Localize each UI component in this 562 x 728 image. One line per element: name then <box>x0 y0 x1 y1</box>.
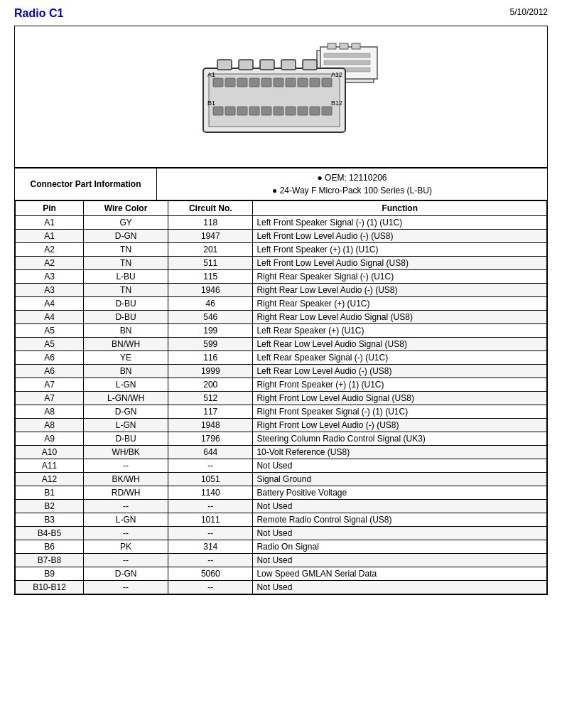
cell-1: -- <box>84 581 168 594</box>
cell-2: 546 <box>168 311 253 324</box>
cell-1: TN <box>84 243 168 257</box>
svg-rect-18 <box>249 78 259 87</box>
cell-0: A6 <box>16 351 84 365</box>
cell-1: PK <box>84 540 168 554</box>
table-row: A1D-GN1947Left Front Low Level Audio (-)… <box>16 230 547 243</box>
cell-0: B10-B12 <box>16 581 84 594</box>
cell-1: -- <box>84 459 168 473</box>
svg-rect-3 <box>340 43 348 49</box>
cell-2: 199 <box>168 324 253 338</box>
cell-1: D-BU <box>84 432 168 446</box>
table-row: B9D-GN5060Low Speed GMLAN Serial Data <box>16 567 547 581</box>
cell-1: -- <box>84 500 168 513</box>
table-row: A3TN1946Right Rear Low Level Audio (-) (… <box>16 284 547 297</box>
cell-1: L-GN <box>84 378 168 392</box>
cell-1: RD/WH <box>84 486 168 500</box>
function-cell: Not Used <box>253 459 547 473</box>
table-row: A9D-BU1796Steering Column Radio Control … <box>16 432 547 446</box>
cell-0: A3 <box>16 284 84 297</box>
diagram-svg-area: A1 A12 B1 B12 <box>161 40 402 154</box>
cell-0: B2 <box>16 500 84 513</box>
table-row: A3L-BU115Right Rear Speaker Signal (-) (… <box>16 270 547 284</box>
svg-rect-31 <box>286 107 296 115</box>
cell-2: 115 <box>168 270 253 284</box>
series-info: ● 24-Way F Micro-Pack 100 Series (L-BU) <box>161 186 544 196</box>
cell-2: -- <box>168 581 253 594</box>
cell-2: 1140 <box>168 486 253 500</box>
cell-0: A5 <box>16 324 84 338</box>
svg-rect-9 <box>217 60 232 70</box>
table-row: B7-B8----Not Used <box>16 554 547 567</box>
cell-0: B1 <box>16 486 84 500</box>
cell-0: A3 <box>16 270 84 284</box>
function-cell: Left Front Speaker Signal (-) (1) (U1C) <box>253 216 547 230</box>
cell-0: A8 <box>16 419 84 432</box>
page-date: 5/10/2012 <box>510 7 548 17</box>
function-cell: Signal Ground <box>253 473 547 486</box>
cell-2: 118 <box>168 216 253 230</box>
svg-text:B12: B12 <box>331 100 342 107</box>
cell-0: A9 <box>16 432 84 446</box>
col-function: Function <box>253 201 547 216</box>
cell-0: A2 <box>16 243 84 257</box>
table-row: B2----Not Used <box>16 500 547 513</box>
table-row: A8L-GN1948Right Front Low Level Audio (-… <box>16 419 547 432</box>
col-pin: Pin <box>16 201 84 216</box>
cell-1: BN <box>84 324 168 338</box>
cell-2: -- <box>168 500 253 513</box>
cell-2: 1946 <box>168 284 253 297</box>
cell-1: GY <box>84 216 168 230</box>
cell-2: 200 <box>168 378 253 392</box>
cell-0: B6 <box>16 540 84 554</box>
function-cell: Steering Column Radio Control Signal (UK… <box>253 432 547 446</box>
function-cell: Not Used <box>253 500 547 513</box>
connector-part-info-label: Connector Part Information <box>15 168 157 200</box>
col-circuit-no: Circuit No. <box>168 201 253 216</box>
function-cell: Right Front Low Level Audio Signal (US8) <box>253 392 547 405</box>
function-cell: Left Front Low Level Audio (-) (US8) <box>253 230 547 243</box>
function-cell: Left Front Low Level Audio Signal (US8) <box>253 257 547 270</box>
cell-1: L-GN/WH <box>84 392 168 405</box>
svg-rect-24 <box>322 78 332 87</box>
data-table-cell: Pin Wire Color Circuit No. Function A1GY… <box>15 200 548 595</box>
cell-1: D-GN <box>84 405 168 419</box>
cell-0: A8 <box>16 405 84 419</box>
cell-1: D-BU <box>84 297 168 311</box>
cell-1: D-BU <box>84 311 168 324</box>
info-row: Connector Part Information ● OEM: 121102… <box>15 168 548 200</box>
svg-rect-13 <box>303 60 317 70</box>
cell-0: A11 <box>16 459 84 473</box>
svg-rect-23 <box>310 78 320 87</box>
cell-1: BN/WH <box>84 338 168 351</box>
cell-0: A1 <box>16 216 84 230</box>
svg-rect-28 <box>249 107 259 115</box>
cell-1: -- <box>84 527 168 540</box>
svg-rect-16 <box>225 78 235 87</box>
svg-rect-4 <box>352 43 360 49</box>
function-cell: Radio On Signal <box>253 540 547 554</box>
cell-2: 46 <box>168 297 253 311</box>
cell-0: A4 <box>16 297 84 311</box>
function-cell: Right Front Low Level Audio (-) (US8) <box>253 419 547 432</box>
table-header-row: Pin Wire Color Circuit No. Function <box>16 201 547 216</box>
cell-0: A6 <box>16 365 84 378</box>
cell-1: L-GN <box>84 513 168 527</box>
table-row: A2TN201Left Front Speaker (+) (1) (U1C) <box>16 243 547 257</box>
oem-number: ● OEM: 12110206 <box>161 173 544 183</box>
svg-rect-34 <box>322 107 332 115</box>
cell-2: 201 <box>168 243 253 257</box>
cell-0: B3 <box>16 513 84 527</box>
function-cell: Right Rear Low Level Audio Signal (US8) <box>253 311 547 324</box>
function-cell: Right Front Speaker (+) (1) (U1C) <box>253 378 547 392</box>
svg-rect-20 <box>274 78 283 87</box>
cell-0: A4 <box>16 311 84 324</box>
connector-svg: A1 A12 B1 B12 <box>161 40 402 154</box>
svg-rect-29 <box>261 107 271 115</box>
cell-2: 1948 <box>168 419 253 432</box>
function-cell: Battery Positive Voltage <box>253 486 547 500</box>
function-cell: Right Rear Speaker Signal (-) (U1C) <box>253 270 547 284</box>
cell-1: WH/BK <box>84 446 168 459</box>
function-cell: Left Rear Speaker (+) (U1C) <box>253 324 547 338</box>
function-cell: Right Rear Speaker (+) (U1C) <box>253 297 547 311</box>
function-cell: Not Used <box>253 527 547 540</box>
